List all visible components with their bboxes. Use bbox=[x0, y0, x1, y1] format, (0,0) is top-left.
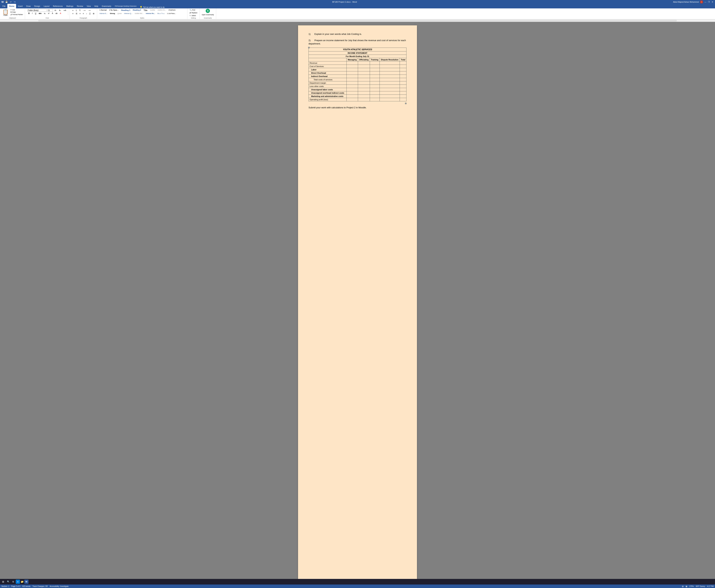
tab-help[interactable]: Help bbox=[92, 4, 100, 8]
format-painter-button[interactable]: 🖌 Format Painter bbox=[10, 14, 23, 16]
total-costs-officiating[interactable] bbox=[358, 78, 370, 81]
border-button[interactable]: ⊞ bbox=[92, 12, 95, 15]
edge-taskbar[interactable]: e bbox=[16, 580, 20, 584]
cost-services-officiating[interactable] bbox=[358, 65, 370, 68]
revenue-total[interactable] bbox=[400, 61, 407, 65]
strikethrough-button[interactable]: abc bbox=[38, 12, 42, 15]
less-other-officiating[interactable] bbox=[358, 85, 370, 88]
tab-draw[interactable]: Draw bbox=[24, 4, 32, 8]
dept-margin-officiating[interactable] bbox=[358, 81, 370, 85]
unassigned-overhead-dispute[interactable] bbox=[380, 91, 400, 94]
close-button[interactable]: ✕ bbox=[711, 1, 714, 3]
tab-file[interactable]: File bbox=[1, 4, 7, 8]
operating-profit-officiating[interactable] bbox=[358, 98, 370, 101]
less-other-total[interactable] bbox=[400, 85, 407, 88]
view-normal-icon[interactable]: ▤ bbox=[682, 585, 684, 587]
numbering-button[interactable]: 1. bbox=[75, 9, 78, 12]
shading-button[interactable]: ▒ bbox=[88, 12, 91, 15]
style-no-space[interactable]: 1 No Spac... bbox=[108, 9, 120, 12]
tell-me-bar[interactable]: 💡 Tell me what you want to do bbox=[138, 6, 715, 8]
tab-mailings[interactable]: Mailings bbox=[65, 4, 75, 8]
windows-start-button[interactable]: ⊞ bbox=[1, 580, 5, 584]
word-taskbar[interactable]: W bbox=[24, 580, 28, 584]
revenue-officiating[interactable] bbox=[358, 61, 370, 65]
marketing-managing[interactable] bbox=[347, 94, 358, 98]
operating-profit-managing[interactable] bbox=[347, 98, 358, 101]
bullets-button[interactable]: ≡ bbox=[71, 9, 74, 12]
quick-access-save[interactable]: 💾 bbox=[5, 1, 8, 3]
replace-button[interactable]: ⇄ Replace bbox=[189, 12, 198, 14]
font-size-input[interactable] bbox=[47, 9, 53, 12]
tab-design[interactable]: Design bbox=[32, 4, 42, 8]
tab-home[interactable]: Home bbox=[7, 4, 16, 8]
dept-margin-dispute[interactable] bbox=[380, 81, 400, 85]
style-book-title[interactable]: Book Title bbox=[156, 12, 166, 15]
unassigned-labor-managing[interactable] bbox=[347, 88, 358, 91]
copy-button[interactable]: ⧉ Copy bbox=[10, 11, 23, 13]
less-other-managing[interactable] bbox=[347, 85, 358, 88]
total-costs-dispute[interactable] bbox=[380, 78, 400, 81]
operating-profit-dispute[interactable] bbox=[380, 98, 400, 101]
cost-services-dispute[interactable] bbox=[380, 65, 400, 68]
align-right-button[interactable]: ≡ bbox=[79, 12, 82, 15]
underline-button[interactable]: U bbox=[34, 12, 37, 15]
tab-review[interactable]: Review bbox=[75, 4, 85, 8]
document-page[interactable]: 1) Explain in your own words what Job Co… bbox=[298, 25, 417, 585]
labor-dispute[interactable] bbox=[380, 68, 400, 71]
find-button[interactable]: 🔍 Find bbox=[189, 9, 198, 11]
labor-officiating[interactable] bbox=[358, 68, 370, 71]
direct-overhead-officiating[interactable] bbox=[358, 71, 370, 75]
unassigned-labor-training[interactable] bbox=[370, 88, 380, 91]
indirect-overhead-managing[interactable] bbox=[347, 75, 358, 78]
align-left-button[interactable]: ≡ bbox=[71, 12, 74, 15]
unassigned-labor-total[interactable] bbox=[400, 88, 407, 91]
style-emphasis[interactable]: Emphasis bbox=[168, 9, 177, 12]
dept-margin-total[interactable] bbox=[400, 81, 407, 85]
font-size-decrease[interactable]: A↓ bbox=[58, 9, 62, 12]
quick-access-redo[interactable]: ↪ bbox=[13, 1, 16, 3]
justify-button[interactable]: ≡ bbox=[82, 12, 85, 15]
cost-services-managing[interactable] bbox=[347, 65, 358, 68]
operating-profit-total[interactable] bbox=[400, 98, 407, 101]
clear-formatting-button[interactable]: ✕A bbox=[63, 9, 67, 12]
italic-button[interactable]: I bbox=[31, 12, 34, 15]
cost-services-training[interactable] bbox=[370, 65, 380, 68]
direct-overhead-training[interactable] bbox=[370, 71, 380, 75]
unassigned-overhead-training[interactable] bbox=[370, 91, 380, 94]
less-other-training[interactable] bbox=[370, 85, 380, 88]
status-accessibility[interactable]: Accessibility: Investigate bbox=[50, 585, 69, 587]
view-web-icon[interactable]: ▦ bbox=[686, 585, 687, 587]
superscript-button[interactable]: x² bbox=[47, 12, 50, 15]
unassigned-overhead-officiating[interactable] bbox=[358, 91, 370, 94]
marketing-training[interactable] bbox=[370, 94, 380, 98]
revenue-dispute[interactable] bbox=[380, 61, 400, 65]
style-intense-re[interactable]: Intense Re... bbox=[145, 12, 156, 15]
less-other-dispute[interactable] bbox=[380, 85, 400, 88]
open-grammarly-button[interactable]: Open Grammarly bbox=[201, 14, 215, 16]
labor-training[interactable] bbox=[370, 68, 380, 71]
text-effects-button[interactable]: A bbox=[51, 12, 54, 15]
decrease-indent-button[interactable]: ←≡ bbox=[82, 9, 86, 12]
operating-profit-training[interactable] bbox=[370, 98, 380, 101]
tab-insert[interactable]: Insert bbox=[16, 4, 24, 8]
tab-view[interactable]: View bbox=[85, 4, 92, 8]
revenue-managing[interactable] bbox=[347, 61, 358, 65]
marketing-dispute[interactable] bbox=[380, 94, 400, 98]
labor-managing[interactable] bbox=[347, 68, 358, 71]
tab-pdfescape[interactable]: PDFescape Desktop Extension bbox=[113, 4, 138, 8]
font-family-input[interactable] bbox=[27, 9, 47, 12]
file-explorer-taskbar[interactable]: 📁 bbox=[21, 580, 24, 583]
revenue-training[interactable] bbox=[370, 61, 380, 65]
dept-margin-managing[interactable] bbox=[347, 81, 358, 85]
indirect-overhead-dispute[interactable] bbox=[380, 75, 400, 78]
restore-button[interactable]: ❐ bbox=[708, 1, 710, 3]
style-intense-e[interactable]: Intense E... bbox=[99, 12, 109, 15]
select-button[interactable]: ↖ Select bbox=[189, 14, 198, 17]
direct-overhead-managing[interactable] bbox=[347, 71, 358, 75]
dept-margin-training[interactable] bbox=[370, 81, 380, 85]
line-spacing-button[interactable]: ↕ bbox=[85, 12, 88, 15]
style-list-para[interactable]: 1 List Para... bbox=[166, 12, 177, 15]
style-strong[interactable]: Strong bbox=[109, 12, 116, 15]
paste-button[interactable]: 📋 Paste bbox=[1, 9, 9, 17]
indirect-overhead-total[interactable] bbox=[400, 75, 407, 78]
